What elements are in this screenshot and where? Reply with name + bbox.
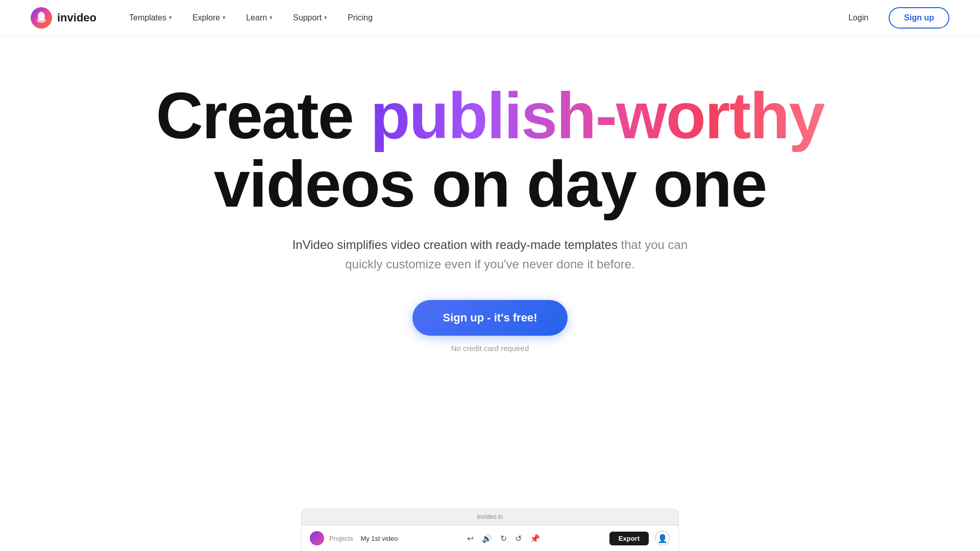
svg-point-2 bbox=[37, 18, 46, 23]
hero-subtext: InVideo simplifies video creation with r… bbox=[281, 235, 699, 274]
logo-icon bbox=[31, 7, 52, 29]
logo-label: invideo bbox=[57, 11, 96, 24]
headline-gradient: publish-worthy bbox=[370, 79, 824, 152]
hero-section: Create publish-worthy videos on day one … bbox=[0, 36, 980, 383]
editor-toolbar-right: Export 👤 bbox=[609, 531, 670, 546]
nav-item-learn[interactable]: Learn ▾ bbox=[238, 9, 281, 27]
navbar-left: invideo Templates ▾ Explore ▾ Learn ▾ Su… bbox=[31, 7, 381, 29]
export-button[interactable]: Export bbox=[609, 532, 649, 545]
refresh-icon[interactable]: ↺ bbox=[515, 534, 522, 543]
explore-chevron-icon: ▾ bbox=[223, 14, 226, 21]
logo[interactable]: invideo bbox=[31, 7, 96, 29]
nav-item-support[interactable]: Support ▾ bbox=[285, 9, 335, 27]
headline-black-1: Create bbox=[156, 79, 370, 152]
pin-icon[interactable]: 📌 bbox=[530, 534, 540, 543]
audio-icon[interactable]: 🔊 bbox=[482, 534, 492, 543]
nav-links: Templates ▾ Explore ▾ Learn ▾ Support ▾ … bbox=[121, 9, 381, 27]
signup-button[interactable]: Sign up bbox=[889, 7, 949, 29]
headline-black-2: videos on day one bbox=[214, 147, 767, 220]
breadcrumb-parent[interactable]: Projects bbox=[329, 535, 353, 542]
nav-item-explore[interactable]: Explore ▾ bbox=[184, 9, 234, 27]
page-wrapper: invideo Templates ▾ Explore ▾ Learn ▾ Su… bbox=[0, 0, 980, 551]
support-chevron-icon: ▾ bbox=[324, 14, 327, 21]
user-icon-glyph: 👤 bbox=[657, 534, 668, 543]
learn-chevron-icon: ▾ bbox=[270, 14, 273, 21]
subtext-dark: InVideo simplifies video creation with r… bbox=[292, 238, 618, 252]
hero-cta-button[interactable]: Sign up - it's free! bbox=[412, 300, 568, 336]
editor-toolbar-center: ↩ 🔊 ↻ ↺ 📌 bbox=[467, 534, 540, 543]
editor-url-bar: invideo.io bbox=[302, 509, 678, 525]
no-credit-card-text: No credit card required bbox=[451, 344, 529, 353]
user-profile-icon[interactable]: 👤 bbox=[655, 531, 670, 546]
nav-item-pricing[interactable]: Pricing bbox=[339, 9, 381, 27]
breadcrumb-current: My 1st video bbox=[360, 535, 398, 542]
editor-toolbar-left: Projects My 1st video bbox=[310, 531, 398, 545]
hero-headline: Create publish-worthy videos on day one bbox=[156, 82, 824, 219]
templates-chevron-icon: ▾ bbox=[169, 14, 172, 21]
navbar-right: Login Sign up bbox=[840, 7, 949, 29]
editor-breadcrumb: Projects My 1st video bbox=[329, 535, 398, 542]
nav-item-templates[interactable]: Templates ▾ bbox=[121, 9, 180, 27]
redo-icon[interactable]: ↻ bbox=[500, 534, 507, 543]
editor-url-text: invideo.io bbox=[477, 513, 503, 520]
back-icon[interactable]: ↩ bbox=[467, 534, 474, 543]
editor-preview: invideo.io Projects My 1st video ↩ 🔊 ↻ ↺… bbox=[301, 509, 679, 551]
editor-toolbar: Projects My 1st video ↩ 🔊 ↻ ↺ 📌 Export 👤 bbox=[302, 525, 678, 551]
editor-avatar bbox=[310, 531, 324, 545]
login-button[interactable]: Login bbox=[840, 9, 876, 27]
navbar: invideo Templates ▾ Explore ▾ Learn ▾ Su… bbox=[0, 0, 980, 36]
